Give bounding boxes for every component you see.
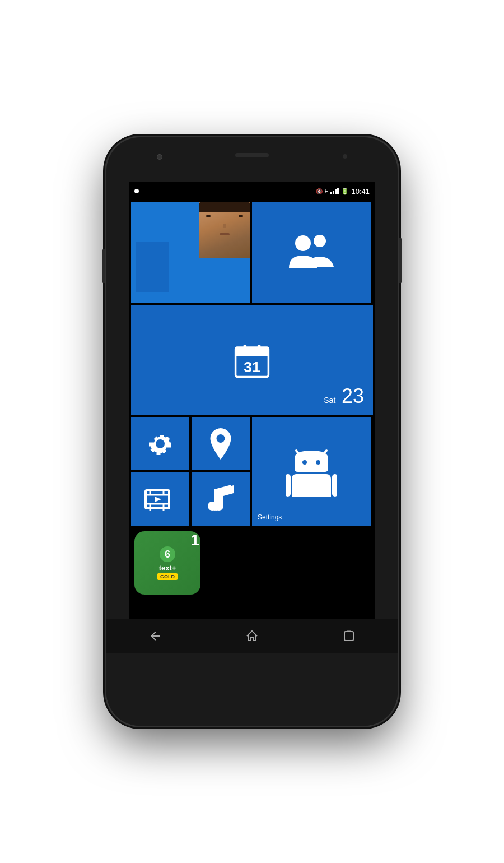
phone-top-hardware <box>106 137 398 182</box>
phone-screen: 🔇 E 🔋 10:41 <box>129 182 375 619</box>
front-camera <box>157 154 162 160</box>
contacts-tile[interactable] <box>252 202 371 303</box>
textplus-gold-label: GOLD <box>157 573 178 580</box>
android-icon <box>286 446 337 497</box>
black-fill <box>131 600 373 617</box>
signal-bar-2 <box>333 191 334 194</box>
tile-row-4: 6 text+ GOLD 1 <box>131 528 373 598</box>
svg-point-17 <box>302 460 307 465</box>
music-tile[interactable] <box>192 472 250 526</box>
phone-device: 🔇 E 🔋 10:41 <box>106 137 398 726</box>
status-bar: 🔇 E 🔋 10:41 <box>129 182 375 200</box>
textplus-badge: 1 <box>190 531 199 549</box>
person-tile[interactable] <box>131 202 250 303</box>
svg-rect-3 <box>236 347 269 355</box>
textplus-text-label: text+ <box>159 564 176 572</box>
phone-chin <box>106 653 398 726</box>
svg-rect-4 <box>244 345 247 352</box>
video-icon <box>144 488 176 511</box>
front-sensor <box>343 154 347 159</box>
video-tile[interactable] <box>131 472 189 526</box>
calendar-icon: 31 <box>232 341 272 380</box>
calendar-day: Sat <box>324 396 335 405</box>
signal-bars <box>330 188 339 194</box>
textplus-logo-icon: 6 <box>159 546 176 563</box>
svg-rect-20 <box>286 474 291 497</box>
svg-marker-14 <box>155 497 161 502</box>
home-button[interactable] <box>240 624 264 648</box>
svg-rect-27 <box>347 630 351 632</box>
signal-bar-3 <box>335 189 337 194</box>
speaker-grille <box>235 153 269 157</box>
tile-row-2: 31 Sat 23 <box>131 305 373 415</box>
status-left <box>134 189 139 193</box>
svg-text:6: 6 <box>165 549 170 560</box>
maps-tile[interactable] <box>192 417 250 470</box>
contacts-icon <box>286 228 337 278</box>
signal-bar-4 <box>337 188 339 194</box>
textplus-tile[interactable]: 6 text+ GOLD 1 <box>131 528 204 598</box>
recents-button[interactable] <box>337 624 361 648</box>
gear-icon <box>146 429 175 458</box>
android-settings-label: Settings <box>258 513 282 521</box>
back-arrow-icon <box>148 629 162 643</box>
location-icon <box>207 428 234 460</box>
back-button[interactable] <box>143 624 167 648</box>
android-settings-tile[interactable]: Settings <box>252 417 371 526</box>
status-time: 10:41 <box>351 187 370 196</box>
nav-bar <box>106 619 398 653</box>
tile-row-3: Settings <box>131 417 373 526</box>
mute-icon: 🔇 <box>316 188 323 194</box>
battery-icon: 🔋 <box>341 188 349 195</box>
svg-rect-19 <box>292 474 331 497</box>
calendar-date: 23 <box>342 384 364 407</box>
svg-point-1 <box>314 235 326 247</box>
empty-space <box>206 528 373 598</box>
home-icon <box>245 629 259 643</box>
svg-rect-21 <box>332 474 337 497</box>
music-icon <box>208 485 234 514</box>
calendar-tile[interactable]: 31 Sat 23 <box>131 305 373 415</box>
calendar-date-label: Sat 23 <box>324 384 364 408</box>
svg-point-18 <box>316 460 320 465</box>
svg-rect-5 <box>258 345 261 352</box>
blue-decor <box>136 242 169 292</box>
tile-row-1 <box>131 202 373 303</box>
person-photo <box>199 202 250 258</box>
svg-rect-26 <box>344 632 353 641</box>
network-type-label: E <box>325 188 329 194</box>
settings-gear-tile[interactable] <box>131 417 189 470</box>
recents-icon <box>343 630 355 642</box>
signal-bar-1 <box>330 192 332 194</box>
status-right: 🔇 E 🔋 10:41 <box>316 187 370 196</box>
notification-dot <box>134 189 139 193</box>
tile-grid-2x2 <box>131 417 250 526</box>
tiles-area: 31 Sat 23 <box>129 200 375 619</box>
svg-point-0 <box>295 235 311 251</box>
svg-text:31: 31 <box>244 359 260 375</box>
